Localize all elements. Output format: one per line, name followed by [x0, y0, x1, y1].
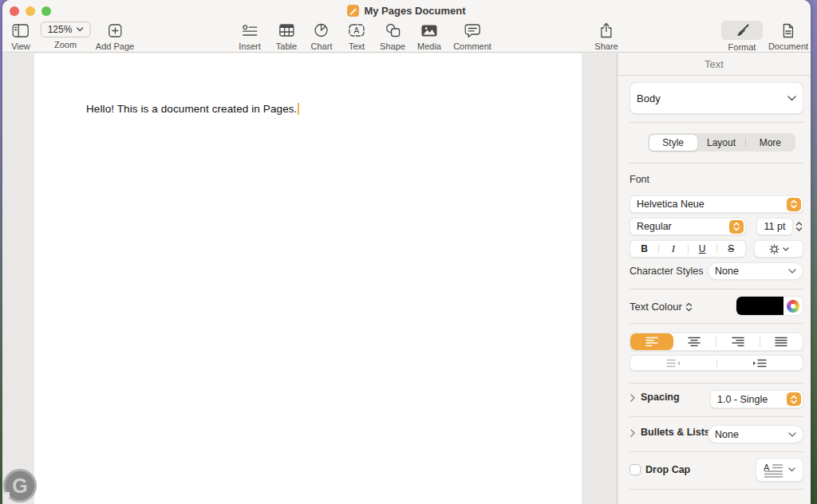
toolbar-item-chart[interactable]: Chart [311, 22, 333, 51]
window-title: My Pages Document [364, 5, 465, 17]
toolbar-label: Text [349, 41, 365, 51]
divider [630, 323, 803, 324]
toolbar-item-share[interactable]: Share [594, 22, 618, 51]
text-colour-label: Text Colour [630, 301, 682, 313]
drop-cap-style-icon: A [764, 463, 783, 478]
document-canvas[interactable]: Hello! This is a document created in Pag… [2, 53, 617, 504]
toolbar-label: Add Page [96, 41, 134, 51]
toolbar-item-table[interactable]: Table [276, 22, 297, 51]
drop-cap-style-dropdown[interactable]: A [756, 458, 803, 482]
shape-icon [385, 22, 401, 39]
toolbar-label: Shape [380, 41, 405, 51]
divider [630, 289, 803, 289]
align-right-button[interactable] [716, 333, 760, 350]
svg-text:A: A [354, 26, 360, 35]
toolbar-item-add-page[interactable]: Add Page [96, 22, 134, 51]
toolbar-label: Table [276, 41, 297, 51]
underline-button[interactable]: U [689, 241, 716, 257]
toolbar-item-format[interactable]: Format [721, 22, 763, 52]
watermark-notch [6, 492, 10, 498]
pages-app-icon [347, 5, 359, 17]
toolbar-item-document[interactable]: Document [768, 22, 808, 51]
insert-icon [242, 22, 258, 39]
toolbar-item-comment[interactable]: Comment [453, 22, 491, 51]
alignment-buttons [630, 333, 803, 351]
font-size-stepper[interactable] [795, 218, 803, 235]
character-styles-label: Character Styles [630, 266, 703, 277]
pages-window: My Pages Document View 125% Zoom Add Pag… [2, 0, 811, 504]
font-style-buttons: B I U S [630, 240, 746, 258]
colour-wheel-icon [787, 300, 799, 313]
content-area: Hello! This is a document created in Pag… [2, 53, 811, 504]
document-text-line[interactable]: Hello! This is a document created in Pag… [86, 103, 299, 115]
paragraph-style-dropdown[interactable]: Body [630, 82, 803, 114]
character-styles-dropdown[interactable]: None [708, 262, 803, 280]
toolbar-item-insert[interactable]: Insert [239, 22, 261, 51]
inspector-header: Text [618, 58, 811, 70]
align-justify-button[interactable] [760, 333, 803, 350]
text-cursor-caret [298, 103, 299, 115]
advanced-text-options-button[interactable] [754, 240, 803, 258]
drop-cap-label: Drop Cap [645, 464, 690, 475]
bullets-disclosure[interactable] [630, 429, 635, 437]
inspector-tabs: Style Layout More [648, 133, 795, 152]
document-page[interactable]: Hello! This is a document created in Pag… [34, 53, 582, 504]
svg-text:A: A [764, 463, 770, 472]
tab-layout[interactable]: Layout [697, 135, 745, 151]
spacing-label: Spacing [641, 392, 680, 403]
strikethrough-button[interactable]: S [717, 241, 745, 257]
toolbar-label: Insert [239, 41, 261, 51]
toolbar-item-media[interactable]: Media [417, 22, 441, 51]
watermark-letter: G [12, 474, 27, 498]
share-icon [599, 22, 613, 39]
align-left-button[interactable] [630, 333, 673, 350]
font-weight-dropdown[interactable]: Regular [630, 218, 746, 235]
comment-icon [464, 22, 480, 39]
align-center-button[interactable] [673, 333, 716, 350]
colour-wheel-button[interactable] [783, 300, 803, 313]
zoom-dropdown[interactable]: 125% [41, 22, 91, 37]
text-box-icon: A [349, 22, 365, 39]
toolbar-item-text[interactable]: A Text [349, 22, 365, 51]
stepper-icon [787, 198, 801, 211]
tab-style[interactable]: Style [649, 135, 697, 151]
toolbar-label: Chart [311, 41, 333, 51]
table-icon [278, 22, 294, 39]
document-icon [782, 22, 795, 39]
toolbar: My Pages Document View 125% Zoom Add Pag… [2, 0, 811, 53]
divider [630, 383, 803, 384]
toolbar-item-view[interactable]: View [11, 22, 30, 51]
font-size-field[interactable]: 11 pt [756, 218, 793, 235]
toolbar-label: Share [594, 41, 618, 51]
view-icon [13, 22, 30, 39]
font-section-label: Font [630, 174, 649, 185]
text-colour-row: Text Colour [630, 301, 693, 313]
text-colour-control [736, 296, 803, 316]
font-family-dropdown[interactable]: Helvetica Neue [630, 195, 803, 213]
chart-icon [314, 22, 329, 39]
indent-buttons [630, 355, 803, 371]
divider [630, 416, 803, 417]
format-brush-icon [735, 23, 750, 38]
divider [618, 75, 811, 76]
text-colour-swatch[interactable] [736, 297, 783, 315]
bullets-lists-dropdown[interactable]: None [708, 425, 803, 443]
format-inspector: Text Body Style Layout More Font Helveti… [617, 53, 811, 504]
toolbar-item-shape[interactable]: Shape [380, 22, 405, 51]
tab-more[interactable]: More [746, 135, 794, 151]
add-page-icon [108, 22, 121, 39]
text-colour-stepper-icon[interactable] [685, 302, 693, 312]
media-icon [421, 22, 437, 39]
toolbar-item-zoom: 125% Zoom [41, 22, 91, 49]
bullets-lists-label: Bullets & Lists [641, 427, 710, 438]
increase-indent-button[interactable] [717, 356, 803, 370]
toolbar-label: Zoom [54, 40, 77, 49]
decrease-indent-button[interactable] [630, 356, 716, 370]
spacing-dropdown[interactable]: 1.0 - Single [710, 390, 803, 408]
character-styles-value: None [715, 266, 739, 277]
drop-cap-checkbox[interactable] [630, 464, 641, 475]
divider [630, 489, 803, 490]
bold-button[interactable]: B [630, 241, 658, 257]
italic-button[interactable]: I [659, 241, 687, 257]
spacing-disclosure[interactable] [630, 394, 635, 402]
